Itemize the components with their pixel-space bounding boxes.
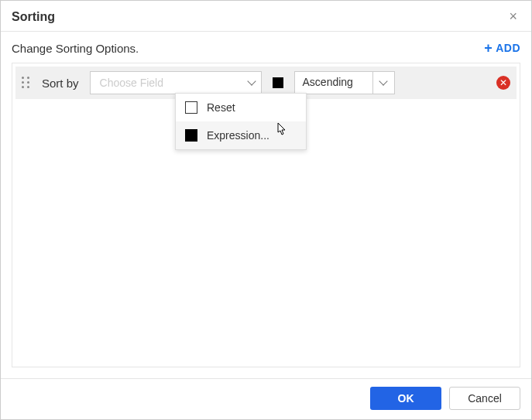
close-icon[interactable]: ×: [506, 9, 520, 25]
add-button-label: ADD: [496, 42, 520, 54]
add-button[interactable]: + ADD: [484, 41, 520, 55]
chevron-down-icon: [379, 77, 387, 85]
dialog-title: Sorting: [12, 10, 55, 24]
content-area: Sort by Choose Field Ascending ✕: [1, 63, 531, 378]
order-select-value: Ascending: [295, 72, 372, 94]
cancel-button[interactable]: Cancel: [449, 387, 520, 410]
sort-panel: Sort by Choose Field Ascending ✕: [12, 63, 520, 367]
field-select-placeholder: Choose Field: [100, 77, 164, 89]
remove-row-button[interactable]: ✕: [496, 76, 510, 90]
sortby-label: Sort by: [42, 77, 79, 90]
order-select[interactable]: Ascending: [294, 71, 395, 94]
cancel-button-label: Cancel: [468, 392, 502, 405]
ok-button[interactable]: OK: [370, 387, 441, 410]
chevron-down-icon: [247, 77, 256, 85]
dropdown-option-label: Expression...: [207, 129, 269, 142]
field-dropdown: Reset Expression...: [175, 93, 307, 150]
close-icon: ✕: [499, 77, 507, 88]
ok-button-label: OK: [398, 392, 414, 405]
subheader: Change Sorting Options. + ADD: [1, 32, 531, 63]
color-swatch[interactable]: [273, 77, 283, 88]
dropdown-option-label: Reset: [207, 101, 235, 114]
empty-square-icon: [185, 101, 197, 114]
sorting-dialog: Sorting × Change Sorting Options. + ADD …: [0, 0, 532, 420]
dialog-footer: OK Cancel: [1, 378, 531, 419]
order-select-arrow: [372, 72, 394, 94]
filled-square-icon: [185, 129, 197, 142]
titlebar: Sorting ×: [1, 1, 531, 32]
drag-handle-icon[interactable]: [22, 77, 31, 89]
dialog-description: Change Sorting Options.: [12, 42, 139, 55]
field-select[interactable]: Choose Field: [90, 71, 262, 94]
dropdown-option-reset[interactable]: Reset: [176, 94, 306, 121]
dropdown-option-expression[interactable]: Expression...: [176, 121, 306, 149]
plus-icon: +: [484, 41, 493, 55]
